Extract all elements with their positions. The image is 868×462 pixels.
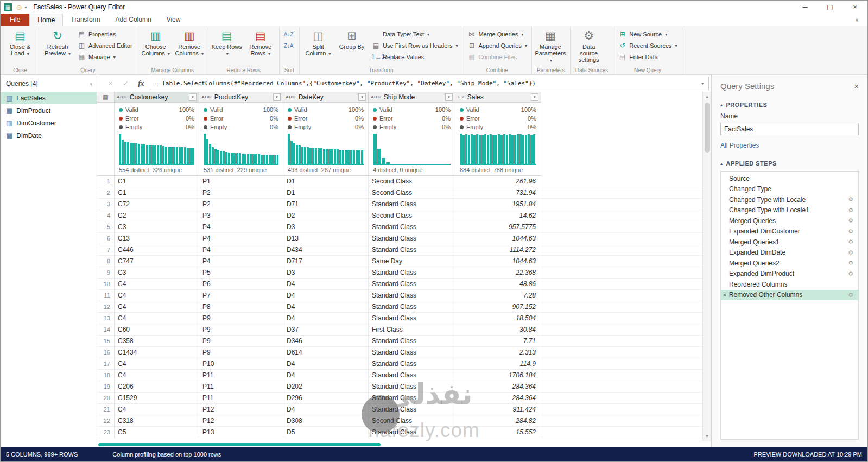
close-and-load-button[interactable]: ▤Close & Load ▾ <box>3 27 37 58</box>
grid-cell[interactable]: D2 <box>283 210 369 221</box>
grid-cell[interactable]: Standard Class <box>369 301 455 312</box>
grid-cell[interactable]: 284.364 <box>455 381 541 392</box>
delete-step-icon[interactable]: × <box>723 292 726 298</box>
grid-cell[interactable]: D202 <box>283 381 369 392</box>
row-number[interactable]: 10 <box>97 279 115 289</box>
query-item-dimdate[interactable]: ▦DimDate <box>1 129 97 142</box>
grid-cell[interactable]: D4 <box>283 279 369 289</box>
grid-cell[interactable]: P4 <box>199 244 283 255</box>
grid-cell[interactable]: P11 <box>199 381 283 392</box>
tab-transform[interactable]: Transform <box>63 14 107 26</box>
collapse-queries-pane-icon[interactable]: ‹ <box>90 79 92 87</box>
grid-cell[interactable]: 1951.84 <box>455 199 541 210</box>
grid-cell[interactable]: C13 <box>115 233 199 244</box>
grid-cell[interactable]: Second Class <box>369 176 455 187</box>
profiling-status-link[interactable]: Column profiling based on top 1000 rows <box>112 451 221 458</box>
grid-cell[interactable]: C4 <box>115 290 199 301</box>
grid-cell[interactable]: 284.82 <box>455 415 541 426</box>
step-settings-gear-icon[interactable]: ⚙ <box>848 238 853 245</box>
grid-cell[interactable]: 30.84 <box>455 324 541 335</box>
data-source-settings-button[interactable]: ⚙Data source settings <box>572 27 606 63</box>
grid-cell[interactable]: Standard Class <box>369 370 455 381</box>
grid-cell[interactable]: 14.62 <box>455 210 541 221</box>
grid-cell[interactable]: C358 <box>115 336 199 346</box>
collapse-ribbon-icon[interactable]: ∧ <box>855 17 859 23</box>
grid-cell[interactable]: D4 <box>283 358 369 369</box>
grid-cell[interactable]: P9 <box>199 336 283 346</box>
grid-cell[interactable]: P1 <box>199 176 283 187</box>
quick-access-toolbar-caret-icon[interactable]: ▾ <box>24 5 27 10</box>
vertical-scrollbar[interactable]: ▴ ▾ <box>702 92 711 441</box>
table-menu-button[interactable]: ▦ <box>97 92 115 103</box>
step-settings-gear-icon[interactable]: ⚙ <box>848 249 853 256</box>
row-number[interactable]: 6 <box>97 233 115 244</box>
grid-cell[interactable]: 15.552 <box>455 427 541 438</box>
step-settings-gear-icon[interactable]: ⚙ <box>848 260 853 267</box>
split-column-button[interactable]: ◫Split Column ▾ <box>301 27 335 58</box>
grid-cell[interactable]: C5 <box>115 427 199 438</box>
grid-cell[interactable]: Second Class <box>369 210 455 221</box>
grid-cell[interactable]: D4 <box>283 290 369 301</box>
tab-add-column[interactable]: Add Column <box>108 14 159 26</box>
applied-step-merged-queries1[interactable]: Merged Queries1⚙ <box>721 237 858 248</box>
grid-cell[interactable]: D614 <box>283 347 369 358</box>
grid-cell[interactable]: 284.364 <box>455 393 541 403</box>
grid-cell[interactable]: P12 <box>199 415 283 426</box>
row-number[interactable]: 4 <box>97 210 115 221</box>
grid-cell[interactable]: C1434 <box>115 347 199 358</box>
minimize-button[interactable]: ─ <box>793 1 818 14</box>
query-name-input[interactable] <box>720 123 859 135</box>
grid-cell[interactable]: D4 <box>283 370 369 381</box>
grid-cell[interactable]: Standard Class <box>369 427 455 438</box>
sort-ascending-button[interactable]: A↓Z <box>281 29 296 40</box>
grid-cell[interactable]: C747 <box>115 256 199 267</box>
replace-values-button[interactable]: 1→2Replace Values <box>369 52 460 62</box>
applied-step-changed-type[interactable]: Changed Type <box>721 184 858 195</box>
grid-cell[interactable]: Standard Class <box>369 279 455 289</box>
row-number[interactable]: 17 <box>97 358 115 369</box>
grid-cell[interactable]: 731.94 <box>455 187 541 198</box>
grid-cell[interactable]: Standard Class <box>369 267 455 278</box>
filter-button-customerkey[interactable]: ▾ <box>189 93 197 101</box>
grid-cell[interactable]: P8 <box>199 301 283 312</box>
row-number[interactable]: 1 <box>97 176 115 187</box>
grid-cell[interactable]: 261.96 <box>455 176 541 187</box>
column-header-sales[interactable]: 1.2Sales▾ <box>455 92 541 103</box>
step-settings-gear-icon[interactable]: ⚙ <box>848 292 853 299</box>
grid-cell[interactable]: D434 <box>283 244 369 255</box>
grid-cell[interactable]: 907.152 <box>455 301 541 312</box>
grid-cell[interactable]: 7.71 <box>455 336 541 346</box>
grid-cell[interactable]: Second Class <box>369 187 455 198</box>
expand-formula-bar-icon[interactable]: ▾ <box>697 81 704 86</box>
scroll-up-icon[interactable]: ▴ <box>706 92 708 102</box>
refresh-preview-button[interactable]: ↻Refresh Preview ▾ <box>41 27 74 58</box>
grid-cell[interactable]: Standard Class <box>369 290 455 301</box>
column-header-ship-mode[interactable]: ABCShip Mode▾ <box>369 92 455 103</box>
applied-step-removed-other-columns[interactable]: ×Removed Other Columns⚙ <box>721 290 858 301</box>
filter-button-datekey[interactable]: ▾ <box>358 93 366 101</box>
grid-cell[interactable]: Standard Class <box>369 404 455 415</box>
enter-data-button[interactable]: ▤Enter Data <box>615 52 680 62</box>
tab-home[interactable]: Home <box>29 14 63 26</box>
grid-cell[interactable]: P2 <box>199 187 283 198</box>
grid-cell[interactable]: Standard Class <box>369 244 455 255</box>
cancel-formula-icon[interactable]: × <box>104 79 117 87</box>
append-queries-button[interactable]: ⊞Append Queries▾ <box>464 40 530 51</box>
row-number[interactable]: 3 <box>97 199 115 210</box>
grid-cell[interactable]: Standard Class <box>369 393 455 403</box>
grid-cell[interactable]: D3 <box>283 267 369 278</box>
applied-step-source[interactable]: Source <box>721 173 858 184</box>
grid-cell[interactable]: P4 <box>199 233 283 244</box>
grid-cell[interactable]: D346 <box>283 336 369 346</box>
grid-cell[interactable]: D1 <box>283 187 369 198</box>
tab-view[interactable]: View <box>159 14 188 26</box>
grid-cell[interactable]: Standard Class <box>369 199 455 210</box>
applied-step-merged-queries[interactable]: Merged Queries⚙ <box>721 216 858 226</box>
grid-cell[interactable]: C4 <box>115 370 199 381</box>
grid-cell[interactable]: P9 <box>199 313 283 324</box>
grid-cell[interactable]: C206 <box>115 381 199 392</box>
grid-cell[interactable]: C2 <box>115 210 199 221</box>
row-number[interactable]: 12 <box>97 301 115 312</box>
grid-cell[interactable]: P10 <box>199 358 283 369</box>
applied-step-reordered-columns[interactable]: Reordered Columns <box>721 279 858 290</box>
